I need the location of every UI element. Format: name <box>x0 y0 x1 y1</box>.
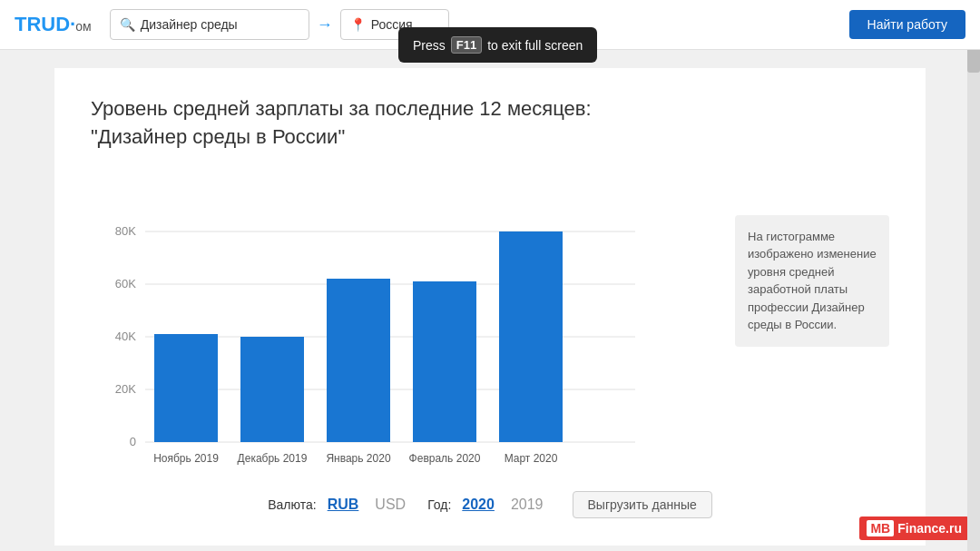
svg-text:20K: 20K <box>115 382 136 396</box>
year-2019-button[interactable]: 2019 <box>511 497 544 513</box>
bar-chart: 80K 60K 40K 20K 0 <box>91 179 653 469</box>
chart-container: 80K 60K 40K 20K 0 <box>91 179 889 473</box>
watermark-mb: MB <box>867 520 894 536</box>
bar-nov2019 <box>154 334 218 442</box>
currency-rub-button[interactable]: RUB <box>328 497 359 513</box>
currency-usd-button[interactable]: USD <box>375 497 406 513</box>
arrow-icon: → <box>317 15 333 34</box>
svg-text:Январь 2020: Январь 2020 <box>326 452 390 465</box>
scrollbar[interactable] <box>967 0 980 551</box>
legend-text: На гистограмме изображено изменение уров… <box>748 230 877 332</box>
svg-text:Март 2020: Март 2020 <box>505 452 558 465</box>
bottom-controls: Валюта: RUB USD Год: 2020 2019 Выгрузить… <box>91 491 889 518</box>
bar-mar2020 <box>499 231 563 442</box>
year-label: Год: <box>427 497 451 512</box>
f11-key-badge: F11 <box>451 36 482 54</box>
watermark-text: Finance.ru <box>897 521 962 536</box>
export-button[interactable]: Выгрузить данные <box>573 491 712 518</box>
search-box[interactable]: 🔍 Дизайнер среды <box>110 9 309 40</box>
watermark: MB Finance.ru <box>859 517 969 540</box>
tooltip-rest: to exit full screen <box>487 38 583 53</box>
svg-text:Февраль 2020: Февраль 2020 <box>409 452 481 465</box>
bar-jan2020 <box>327 279 390 442</box>
page-background: Уровень средней зарплаты за последние 12… <box>0 50 980 551</box>
find-job-button[interactable]: Найти работу <box>849 10 965 39</box>
logo: TRUD·ом <box>15 13 92 36</box>
page-title: Уровень средней зарплаты за последние 12… <box>91 95 889 152</box>
search-submit-button[interactable]: → <box>317 15 333 34</box>
logo-text: TRUD·ом <box>15 13 92 36</box>
currency-label: Валюта: <box>268 497 316 512</box>
bar-feb2020 <box>413 281 476 442</box>
svg-text:60K: 60K <box>115 277 136 290</box>
search-input-value: Дизайнер среды <box>141 17 238 32</box>
chart-area: 80K 60K 40K 20K 0 <box>91 179 717 473</box>
fullscreen-tooltip: Press F11 to exit full screen <box>398 27 597 63</box>
tooltip-press: Press <box>413 38 446 53</box>
search-icon: 🔍 <box>120 17 135 32</box>
chart-legend-box: На гистограмме изображено изменение уров… <box>735 215 889 347</box>
svg-text:80K: 80K <box>115 224 136 238</box>
bar-dec2019 <box>240 337 304 442</box>
year-2020-button[interactable]: 2020 <box>462 497 495 513</box>
svg-text:40K: 40K <box>115 330 136 343</box>
svg-text:Ноябрь 2019: Ноябрь 2019 <box>153 452 219 465</box>
svg-text:0: 0 <box>130 435 136 448</box>
location-icon: 📍 <box>350 17 366 32</box>
main-content: Уровень средней зарплаты за последние 12… <box>54 68 926 546</box>
svg-text:Декабрь 2019: Декабрь 2019 <box>238 452 308 465</box>
